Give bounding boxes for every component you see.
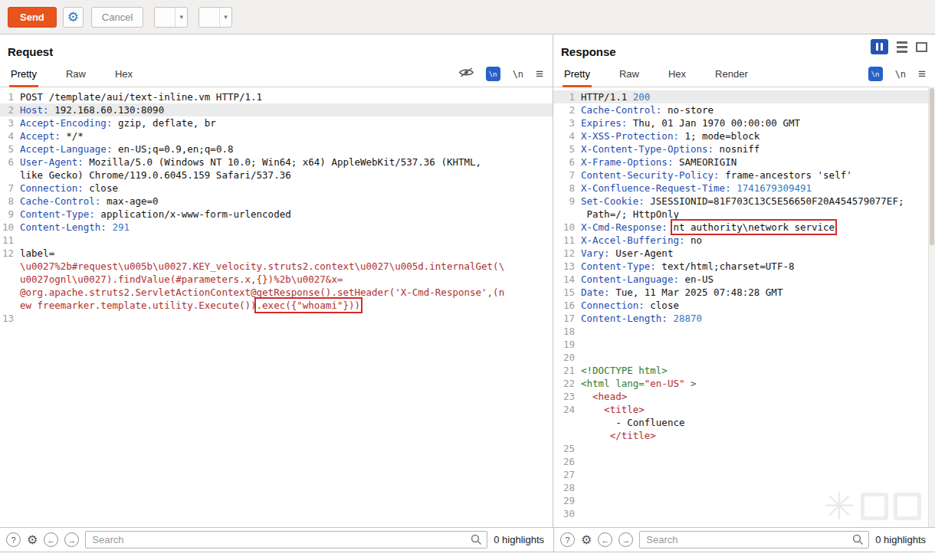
search-settings-icon[interactable]: ⚙	[27, 534, 38, 546]
code-line[interactable]: 26	[553, 455, 935, 468]
code-line[interactable]: 13Content-Type: text/html;charset=UTF-8	[553, 260, 935, 273]
search-input[interactable]	[639, 531, 869, 549]
search-settings-icon[interactable]: ⚙	[581, 534, 592, 546]
response-scrollbar[interactable]	[928, 87, 935, 527]
code-line[interactable]: 8Cache-Control: max-age=0	[0, 195, 553, 208]
single-layout-button[interactable]	[916, 42, 927, 52]
token: en-US	[679, 273, 714, 285]
next-match-icon[interactable]: →	[64, 532, 79, 547]
tab-hex[interactable]: Hex	[113, 65, 134, 87]
code-line[interactable]: @org.apache.struts2.ServletActionContext…	[0, 286, 553, 299]
code-line[interactable]: 9Set-Cookie: JSESSIONID=81F703C13C5E5665…	[553, 195, 935, 208]
code-line[interactable]: 2Cache-Control: no-store	[553, 103, 935, 116]
code-line[interactable]: 14Content-Language: en-US	[553, 273, 935, 286]
code-line[interactable]: 6User-Agent: Mozilla/5.0 (Windows NT 10.…	[0, 156, 553, 169]
code-line[interactable]: 11	[0, 234, 553, 247]
code-line[interactable]: 1POST /template/aui/text-inline.vm HTTP/…	[0, 90, 553, 103]
code-line[interactable]: 24 <title>	[553, 403, 935, 416]
code-line[interactable]: 29	[553, 494, 935, 507]
back-button[interactable]: <	[155, 8, 176, 28]
code-line[interactable]: 12Vary: User-Agent	[553, 247, 935, 260]
newline-icon[interactable]: \n	[895, 69, 906, 80]
code-line[interactable]: 10X-Cmd-Response: nt authority\network s…	[553, 221, 935, 234]
code-line[interactable]: 6X-Frame-Options: SAMEORIGIN	[553, 156, 935, 169]
code-line[interactable]: 11X-Accel-Buffering: no	[553, 234, 935, 247]
tab-pretty[interactable]: Pretty	[9, 65, 38, 87]
code-line[interactable]: 25	[553, 442, 935, 455]
code-text	[575, 442, 581, 455]
tab-raw[interactable]: Raw	[64, 65, 87, 87]
search-icon	[471, 534, 482, 549]
code-text: Content-Security-Policy: frame-ancestors…	[575, 169, 852, 182]
code-line[interactable]: 16Connection: close	[553, 299, 935, 312]
newline-icon[interactable]: \n	[513, 69, 523, 80]
code-line[interactable]: 7Content-Security-Policy: frame-ancestor…	[553, 169, 935, 182]
prev-match-icon[interactable]: ←	[598, 532, 612, 547]
code-line[interactable]: 18	[553, 325, 935, 338]
code-line[interactable]: 17Content-Length: 28870	[553, 312, 935, 325]
prev-match-icon[interactable]: ←	[44, 532, 58, 547]
nonprintable-toggle-icon[interactable]: \n	[868, 67, 883, 81]
help-icon[interactable]: ?	[6, 532, 21, 547]
scrollbar-thumb[interactable]	[930, 88, 934, 245]
code-line[interactable]: 30	[553, 507, 935, 520]
forward-button[interactable]: >	[199, 8, 220, 28]
request-editor[interactable]: 1POST /template/aui/text-inline.vm HTTP/…	[0, 87, 553, 325]
rows-layout-button[interactable]	[894, 39, 910, 54]
code-line[interactable]: Path=/; HttpOnly	[553, 208, 935, 221]
code-line[interactable]: 3Accept-Encoding: gzip, deflate, br	[0, 116, 553, 129]
token: Content-Language:	[581, 273, 679, 285]
send-button[interactable]: Send	[8, 7, 57, 28]
columns-layout-button[interactable]	[871, 39, 888, 54]
token: Accept:	[20, 130, 61, 142]
forward-dropdown[interactable]: ▾	[220, 8, 231, 27]
code-line[interactable]: 5Accept-Language: en-US;q=0.9,en;q=0.8	[0, 142, 553, 156]
code-line[interactable]: 19	[553, 338, 935, 351]
code-line[interactable]: 22<html lang="en-US" >	[553, 377, 935, 390]
code-line[interactable]: 7Connection: close	[0, 182, 553, 195]
tab-render[interactable]: Render	[714, 65, 750, 87]
code-line[interactable]: - Confluence	[553, 416, 935, 429]
token: </title>	[610, 430, 656, 441]
code-line[interactable]: 28	[553, 481, 935, 494]
settings-button[interactable]: ⚙	[63, 7, 84, 28]
code-line[interactable]: 15Date: Tue, 11 Mar 2025 07:48:28 GMT	[553, 286, 935, 299]
code-line[interactable]: 27	[553, 468, 935, 481]
code-line[interactable]: </title>	[553, 429, 935, 442]
code-line[interactable]: 21<!DOCTYPE html>	[553, 364, 935, 377]
code-line[interactable]: 5X-Content-Type-Options: nosniff	[553, 142, 935, 156]
response-editor[interactable]: 1HTTP/1.1 2002Cache-Control: no-store3Ex…	[553, 87, 935, 520]
editor-menu-icon[interactable]: ≡	[536, 67, 543, 80]
back-dropdown[interactable]: ▾	[176, 8, 187, 27]
code-line[interactable]: like Gecko) Chrome/119.0.6045.159 Safari…	[0, 169, 553, 182]
code-line[interactable]: 20	[553, 351, 935, 364]
code-line[interactable]: 4Accept: */*	[0, 129, 553, 142]
hide-eye-icon[interactable]	[459, 67, 474, 81]
code-line[interactable]: 3Expires: Thu, 01 Jan 1970 00:00:00 GMT	[553, 116, 935, 129]
code-line[interactable]: 4X-XSS-Protection: 1; mode=block	[553, 129, 935, 142]
code-line[interactable]: 23 <head>	[553, 390, 935, 403]
line-number: 2	[553, 103, 575, 116]
tab-pretty[interactable]: Pretty	[563, 65, 592, 87]
editor-menu-icon[interactable]: ≡	[918, 67, 926, 80]
code-line[interactable]: 8X-Confluence-Request-Time: 174167930949…	[553, 182, 935, 195]
code-line[interactable]: 10Content-Length: 291	[0, 221, 553, 234]
help-icon[interactable]: ?	[560, 532, 575, 547]
code-line[interactable]: 12label=	[0, 247, 553, 260]
code-line[interactable]: 13	[0, 312, 553, 325]
token: Thu, 01 Jan 1970 00:00:00 GMT	[627, 117, 800, 129]
search-input[interactable]	[85, 531, 487, 549]
code-line[interactable]: \u0027%2b#request\u005b\u0027.KEY_veloci…	[0, 260, 553, 273]
code-line[interactable]: 9Content-Type: application/x-www-form-ur…	[0, 208, 553, 221]
tab-hex[interactable]: Hex	[667, 65, 687, 87]
tab-raw[interactable]: Raw	[618, 65, 641, 87]
code-line[interactable]: 1HTTP/1.1 200	[553, 90, 935, 103]
cancel-button[interactable]: Cancel	[91, 7, 143, 28]
code-line[interactable]: 2Host: 192.168.60.130:8090	[0, 103, 553, 116]
next-match-icon[interactable]: →	[618, 532, 633, 547]
code-line[interactable]: ew freemarker.template.utility.Execute()…	[0, 299, 553, 312]
token: "en-US"	[645, 378, 685, 389]
code-line[interactable]: u0027ognl\u0027).findValue(#parameters.x…	[0, 273, 553, 286]
code-text	[575, 494, 581, 507]
nonprintable-toggle-icon[interactable]: \n	[486, 67, 500, 81]
